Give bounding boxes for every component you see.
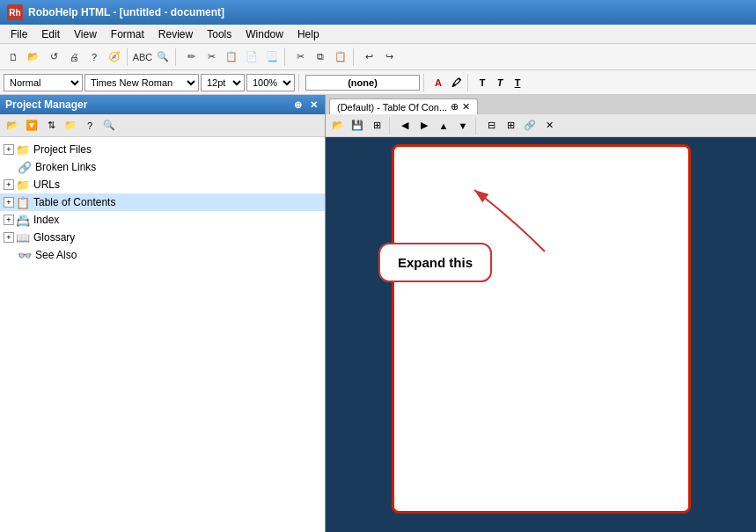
paste-button[interactable]: 📋 bbox=[331, 47, 350, 67]
label-project-files: Project Files bbox=[33, 143, 92, 156]
copy-button[interactable]: ⧉ bbox=[311, 47, 330, 67]
callout-bubble: Expand this bbox=[378, 243, 492, 282]
right-area: (Default) - Table Of Con... ⊕ ✕ 📂 💾 ⊞ ◀ … bbox=[326, 95, 756, 532]
see-also-icon: 👓 bbox=[18, 248, 32, 262]
link-icon-broken-links: 🔗 bbox=[18, 160, 32, 174]
tree-item-broken-links[interactable]: 🔗 Broken Links bbox=[0, 158, 325, 176]
doc-table-btn[interactable]: ⊞ bbox=[368, 117, 385, 135]
menu-view[interactable]: View bbox=[67, 26, 104, 42]
menu-format[interactable]: Format bbox=[104, 26, 151, 42]
menu-help[interactable]: Help bbox=[290, 26, 327, 42]
size-select[interactable]: 12pt bbox=[201, 74, 245, 91]
zoom-select[interactable]: 100% bbox=[246, 74, 295, 91]
print-button[interactable]: 🖨 bbox=[64, 47, 84, 67]
close-panel-button[interactable]: ✕ bbox=[307, 99, 319, 111]
expander-index[interactable]: + bbox=[4, 215, 14, 225]
refresh-button[interactable]: ↺ bbox=[44, 47, 63, 67]
italic-btn[interactable]: T bbox=[492, 75, 508, 91]
menu-review[interactable]: Review bbox=[151, 26, 200, 42]
panel-toolbar: 📂 🔽 ⇅ 📁 ? 🔍 bbox=[0, 114, 325, 137]
filter-btn[interactable]: 🔽 bbox=[23, 117, 40, 135]
browse-button[interactable]: 🔍 bbox=[153, 47, 172, 67]
label-see-also: See Also bbox=[35, 249, 77, 261]
tree-item-index[interactable]: + 📇 Index bbox=[0, 211, 325, 229]
style-dropdown-btn[interactable]: (none) bbox=[305, 75, 420, 91]
spell-button[interactable]: ABC bbox=[133, 47, 152, 67]
format-toolbar: Normal Times New Roman 12pt 100% (none) … bbox=[0, 70, 756, 95]
doc-save-btn[interactable]: 💾 bbox=[349, 117, 366, 135]
panel-header: Project Manager ⊕ ✕ bbox=[0, 95, 325, 114]
doc-page bbox=[392, 144, 691, 514]
edit1-button[interactable]: ✏ bbox=[181, 47, 201, 67]
help2-btn[interactable]: ? bbox=[81, 117, 99, 135]
edit5-button[interactable]: 📃 bbox=[262, 47, 282, 67]
folder-icon-urls: 📁 bbox=[16, 178, 30, 192]
open-button[interactable]: 📂 bbox=[24, 47, 43, 67]
pin-icon[interactable]: ⊕ bbox=[451, 101, 459, 113]
doc-tab-label: (Default) - Table Of Con... bbox=[337, 102, 447, 113]
menu-tools[interactable]: Tools bbox=[200, 26, 239, 42]
edit2-button[interactable]: ✂ bbox=[202, 47, 221, 67]
label-index: Index bbox=[33, 214, 59, 226]
expander-glossary[interactable]: + bbox=[4, 232, 14, 243]
sep3 bbox=[284, 48, 288, 66]
label-broken-links: Broken Links bbox=[35, 161, 96, 173]
menu-window[interactable]: Window bbox=[239, 26, 290, 42]
tree-item-urls[interactable]: + 📁 URLs bbox=[0, 176, 325, 193]
panel-title: Project Manager bbox=[5, 98, 87, 111]
doc-sep1 bbox=[389, 117, 393, 135]
doc-down-btn[interactable]: ▼ bbox=[454, 117, 472, 135]
menu-file[interactable]: File bbox=[4, 26, 34, 42]
underline-btn[interactable]: T bbox=[510, 75, 525, 91]
edit4-button[interactable]: 📄 bbox=[242, 47, 261, 67]
title-text: RoboHelp HTML - [untitled - document] bbox=[28, 6, 224, 18]
main-toolbar: 🗋 📂 ↺ 🖨 ? 🧭 ABC 🔍 ✏ ✂ 📋 📄 📃 ✂ ⧉ 📋 ↩ ↪ bbox=[0, 44, 756, 70]
style-select[interactable]: Normal bbox=[4, 74, 83, 91]
cut-button[interactable]: ✂ bbox=[290, 47, 310, 67]
search-btn[interactable]: 🔍 bbox=[100, 117, 118, 135]
nav-button[interactable]: 🧭 bbox=[105, 47, 124, 67]
fmt-sep1 bbox=[298, 74, 302, 91]
new-button[interactable]: 🗋 bbox=[4, 47, 23, 67]
doc-link-btn[interactable]: 🔗 bbox=[521, 117, 539, 135]
doc-tab-toc[interactable]: (Default) - Table Of Con... ⊕ ✕ bbox=[329, 98, 478, 114]
label-glossary: Glossary bbox=[33, 231, 75, 244]
edit3-button[interactable]: 📋 bbox=[222, 47, 241, 67]
highlight-btn[interactable]: 🖍 bbox=[448, 75, 464, 91]
redo-button[interactable]: ↪ bbox=[379, 47, 399, 67]
new-folder-btn[interactable]: 📁 bbox=[62, 117, 79, 135]
font-color-btn[interactable]: A bbox=[430, 75, 446, 91]
open-folder-btn[interactable]: 📂 bbox=[4, 117, 21, 135]
expander-urls[interactable]: + bbox=[4, 179, 14, 190]
tree-item-toc[interactable]: + 📋 Table of Contents bbox=[0, 193, 325, 211]
undo-button[interactable]: ↩ bbox=[359, 47, 378, 67]
tree-area: + 📁 Project Files 🔗 Broken Links + 📁 URL… bbox=[0, 137, 325, 532]
label-toc: Table of Contents bbox=[33, 196, 115, 208]
tree-item-glossary[interactable]: + 📖 Glossary bbox=[0, 229, 325, 246]
tree-item-see-also[interactable]: 👓 See Also bbox=[0, 246, 325, 264]
doc-fwd-btn[interactable]: ▶ bbox=[415, 117, 433, 135]
menu-edit[interactable]: Edit bbox=[34, 26, 67, 42]
sep4 bbox=[353, 48, 356, 66]
font-select[interactable]: Times New Roman bbox=[84, 74, 199, 91]
doc-view2-btn[interactable]: ⊞ bbox=[502, 117, 519, 135]
expander-project-files[interactable]: + bbox=[4, 144, 14, 155]
sort-btn[interactable]: ⇅ bbox=[42, 117, 60, 135]
doc-back-btn[interactable]: ◀ bbox=[396, 117, 414, 135]
doc-tab-bar: (Default) - Table Of Con... ⊕ ✕ bbox=[326, 95, 756, 114]
bold-btn[interactable]: T bbox=[474, 75, 490, 91]
doc-open-btn[interactable]: 📂 bbox=[329, 117, 347, 135]
tree-item-project-files[interactable]: + 📁 Project Files bbox=[0, 141, 325, 158]
doc-view1-btn[interactable]: ⊟ bbox=[482, 117, 500, 135]
doc-extra-btn[interactable]: ✕ bbox=[540, 117, 558, 135]
help-button[interactable]: ? bbox=[84, 47, 104, 67]
pin-button[interactable]: ⊕ bbox=[291, 99, 304, 111]
close-tab-icon[interactable]: ✕ bbox=[462, 101, 470, 113]
label-urls: URLs bbox=[33, 179, 60, 191]
style-value: (none) bbox=[348, 77, 378, 88]
doc-up-btn[interactable]: ▲ bbox=[435, 117, 452, 135]
expander-toc[interactable]: + bbox=[4, 197, 14, 208]
main-area: Project Manager ⊕ ✕ 📂 🔽 ⇅ 📁 ? 🔍 + 📁 Proj… bbox=[0, 95, 756, 532]
callout-container: Expand this bbox=[378, 243, 492, 282]
folder-icon-project-files: 📁 bbox=[16, 142, 30, 157]
